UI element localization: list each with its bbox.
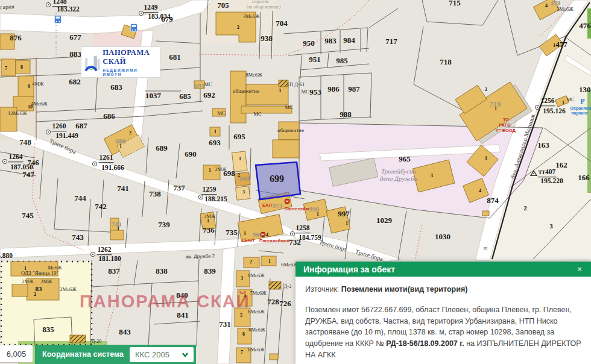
arch-logo-icon — [84, 49, 100, 75]
info-source-value: Поземлени имоти(вид територия) — [341, 285, 468, 293]
selected-parcel[interactable] — [256, 162, 300, 199]
info-source-label: Източник: — [305, 285, 341, 293]
agency-logo: ПАНОРАМА СКАЙ НЕДВИЖИМИ ИМОТИ — [81, 46, 160, 78]
info-description: Поземлен имот 56722.667.699, област Плев… — [305, 304, 581, 361]
info-panel-header: Информация за обект ✕ — [296, 262, 591, 277]
chevron-down-icon — [182, 351, 188, 357]
coordinate-system-bar: Координатна система ККС 2005 — [35, 345, 196, 364]
info-source-line: Източник: Поземлени имоти(вид територия) — [305, 284, 581, 295]
info-order-number: РД-18-56/18.09.2007 г. — [386, 339, 464, 348]
bus-stop-icon — [55, 16, 62, 24]
coordinate-system-select[interactable]: ККС 2005 — [130, 347, 194, 362]
logo-subtitle: НЕДВИЖИМИ ИМОТИ — [103, 68, 157, 77]
watermark-text: ПАНОРАМА СКАЙ — [80, 292, 250, 312]
scale-input[interactable]: 6,005 — [0, 345, 33, 363]
info-panel-body: Източник: Поземлени имоти(вид територия)… — [296, 277, 591, 361]
coordinate-system-label: Координатна система — [42, 350, 124, 359]
logo-title: ПАНОРАМА СКАЙ — [103, 48, 157, 66]
close-icon[interactable]: ✕ — [577, 265, 583, 274]
bus-stop-icon — [131, 24, 137, 32]
map-viewport: БългарияТрите бораТрите бораТрите боражк… — [0, 0, 591, 364]
coordinate-system-value: ККС 2005 — [135, 350, 169, 359]
info-panel-title: Информация за обект — [303, 265, 395, 274]
info-panel: Информация за обект ✕ Източник: Поземлен… — [296, 262, 591, 364]
